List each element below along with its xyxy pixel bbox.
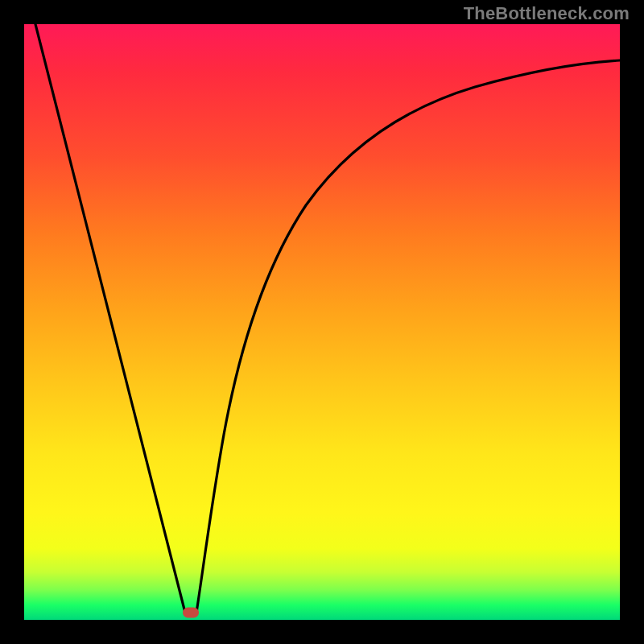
minimum-marker [183,608,199,618]
curve-svg [24,24,620,620]
plot-area [24,24,620,620]
left-line [35,24,185,613]
watermark-text: TheBottleneck.com [464,3,630,24]
canvas: TheBottleneck.com [0,0,644,644]
right-curve [196,60,620,613]
